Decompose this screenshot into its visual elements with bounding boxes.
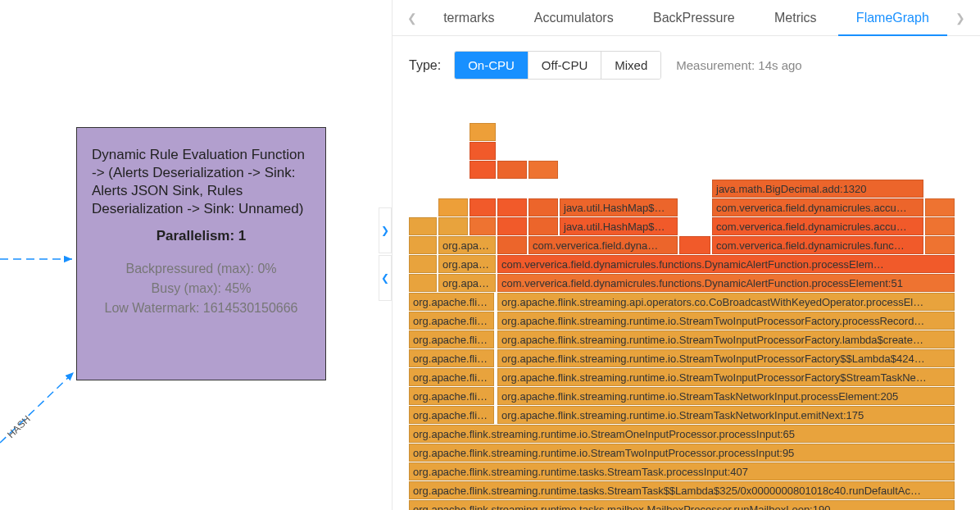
operator-node[interactable]: Dynamic Rule Evaluation Function -> (Ale… xyxy=(76,127,326,380)
flame-cell[interactable]: com.ververica.field.dynamicrules.functio… xyxy=(497,274,955,292)
flame-cell[interactable] xyxy=(529,217,558,235)
flame-graph: java.math.BigDecimal.add:1320java.util.H… xyxy=(409,123,956,510)
flame-cell[interactable]: org.apa… xyxy=(438,274,496,292)
tab-scroll-right[interactable]: ❯ xyxy=(949,11,972,25)
flame-cell[interactable]: org.apache.flink.streaming.runtime.tasks… xyxy=(409,481,955,499)
chevron-right-icon: ❯ xyxy=(381,225,389,236)
node-parallelism: Parallelism: 1 xyxy=(92,228,311,244)
node-stats: Backpressured (max): 0% Busy (max): 45% … xyxy=(92,259,311,318)
node-title: Dynamic Rule Evaluation Function -> (Ale… xyxy=(92,146,311,218)
flame-cell[interactable]: org.apache.flink.streaming.runtime.io.St… xyxy=(497,368,955,386)
flame-cell[interactable]: org.apache.flink.streaming.runtime.io.St… xyxy=(497,330,955,348)
flame-cell[interactable]: org.apache.fli… xyxy=(409,349,494,367)
tab-backpressure[interactable]: BackPressure xyxy=(635,0,753,36)
flame-cell[interactable] xyxy=(438,217,468,235)
flame-cell[interactable]: com.ververica.field.dynamicrules.accu… xyxy=(712,198,923,216)
flame-cell[interactable]: org.apa… xyxy=(438,255,496,273)
flame-cell[interactable]: org.apache.fli… xyxy=(409,312,494,330)
stat-backpressure: Backpressured (max): 0% xyxy=(92,259,311,279)
collapse-right-button[interactable]: ❯ xyxy=(379,207,392,253)
flame-cell[interactable] xyxy=(497,217,527,235)
flame-cell[interactable]: org.apache.flink.streaming.runtime.io.St… xyxy=(409,444,955,462)
flame-cell[interactable] xyxy=(409,236,437,254)
flame-cell[interactable]: org.apache.fli… xyxy=(409,387,494,405)
chevron-left-icon: ❮ xyxy=(381,272,389,284)
flame-cell[interactable] xyxy=(470,142,496,160)
flame-cell[interactable] xyxy=(497,198,527,216)
flame-cell[interactable]: java.math.BigDecimal.add:1320 xyxy=(712,180,923,198)
flame-cell[interactable] xyxy=(409,217,437,235)
flame-cell[interactable] xyxy=(529,161,558,179)
flame-cell[interactable] xyxy=(925,198,955,216)
flame-cell[interactable] xyxy=(679,236,710,254)
flame-cell[interactable] xyxy=(497,161,527,179)
graph-panel: HASH Dynamic Rule Evaluation Function ->… xyxy=(0,0,379,510)
flame-cell[interactable]: org.apa… xyxy=(438,236,496,254)
flame-cell[interactable] xyxy=(925,236,955,254)
flame-cell[interactable]: org.apache.fli… xyxy=(409,368,494,386)
stat-watermark: Low Watermark: 1614530150666 xyxy=(92,298,311,318)
tab-metrics[interactable]: Metrics xyxy=(756,0,835,36)
flame-cell[interactable] xyxy=(438,198,468,216)
flame-cell[interactable] xyxy=(470,217,496,235)
flame-cell[interactable]: com.ververica.field.dynamicrules.functio… xyxy=(497,255,955,273)
tab-flamegraph[interactable]: FlameGraph xyxy=(838,0,947,36)
flame-cell[interactable]: java.util.HashMap$… xyxy=(560,217,678,235)
tab-scroll-left[interactable]: ❮ xyxy=(401,11,424,25)
type-button-group: On-CPUOff-CPUMixed xyxy=(454,51,661,80)
flame-cell[interactable]: com.ververica.field.dyna… xyxy=(529,236,678,254)
type-btn-on-cpu[interactable]: On-CPU xyxy=(455,52,529,79)
flame-cell[interactable] xyxy=(529,198,558,216)
collapse-left-button[interactable]: ❮ xyxy=(379,255,392,301)
flame-cell[interactable] xyxy=(409,274,437,292)
type-btn-off-cpu[interactable]: Off-CPU xyxy=(529,52,601,79)
flame-cell[interactable] xyxy=(409,255,437,273)
flame-cell[interactable] xyxy=(925,217,955,235)
tab-accumulators[interactable]: Accumulators xyxy=(516,0,632,36)
details-panel: ❮ termarksAccumulatorsBackPressureMetric… xyxy=(392,0,980,510)
flame-cell[interactable] xyxy=(470,198,496,216)
flame-cell[interactable]: org.apache.fli… xyxy=(409,406,494,424)
flame-cell[interactable]: java.util.HashMap$… xyxy=(560,198,678,216)
flame-cell[interactable]: org.apache.flink.streaming.runtime.tasks… xyxy=(409,500,955,510)
flame-cell[interactable] xyxy=(470,161,496,179)
flame-cell[interactable]: org.apache.fli… xyxy=(409,330,494,348)
flame-cell[interactable]: org.apache.flink.streaming.runtime.tasks… xyxy=(409,462,955,480)
flame-cell[interactable] xyxy=(497,236,527,254)
flame-cell[interactable]: com.ververica.field.dynamicrules.func… xyxy=(712,236,923,254)
stat-busy: Busy (max): 45% xyxy=(92,279,311,298)
flame-cell[interactable]: org.apache.flink.streaming.runtime.io.St… xyxy=(497,312,955,330)
tab-bar: ❮ termarksAccumulatorsBackPressureMetric… xyxy=(392,0,980,36)
flame-cell[interactable]: com.ververica.field.dynamicrules.accu… xyxy=(712,217,923,235)
flame-cell[interactable]: org.apache.flink.streaming.runtime.io.St… xyxy=(497,406,955,424)
measurement-text: Measurement: 14s ago xyxy=(676,58,801,72)
flame-cell[interactable]: org.apache.flink.streaming.runtime.io.St… xyxy=(497,349,955,367)
flame-cell[interactable]: org.apache.flink.streaming.runtime.io.St… xyxy=(409,425,955,443)
flame-cell[interactable] xyxy=(470,123,496,141)
flame-cell[interactable]: org.apache.flink.streaming.api.operators… xyxy=(497,293,955,311)
type-label: Type: xyxy=(409,58,441,73)
flame-controls: Type: On-CPUOff-CPUMixed Measurement: 14… xyxy=(392,36,980,91)
flame-cell[interactable]: org.apache.fli… xyxy=(409,293,494,311)
edge-label: HASH xyxy=(5,413,33,440)
flame-cell[interactable]: org.apache.flink.streaming.runtime.io.St… xyxy=(497,387,955,405)
tab-termarks[interactable]: termarks xyxy=(425,0,512,36)
type-btn-mixed[interactable]: Mixed xyxy=(601,52,660,79)
